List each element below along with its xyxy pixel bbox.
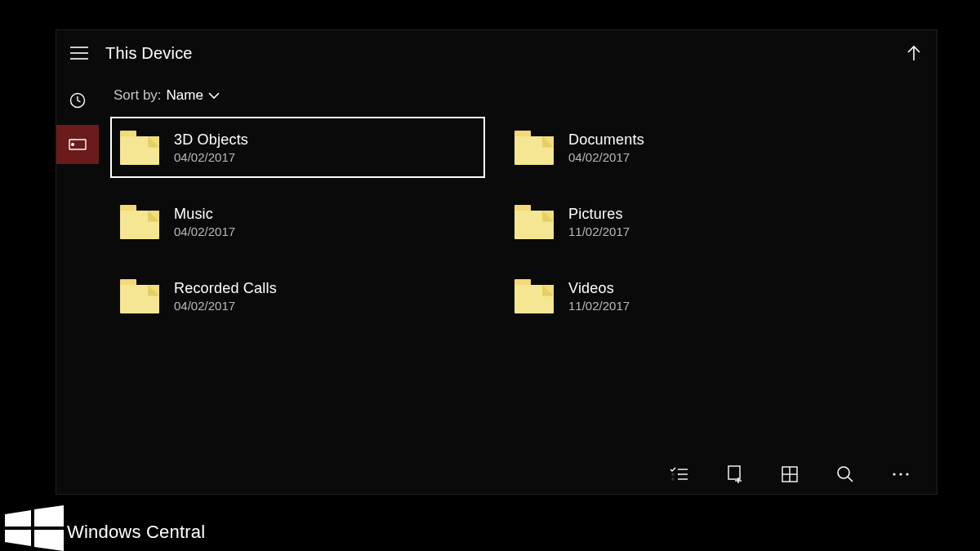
folder-name: 3D Objects bbox=[174, 131, 248, 149]
folder-text: Documents 04/02/2017 bbox=[568, 131, 644, 164]
folder-text: Music 04/02/2017 bbox=[174, 206, 235, 238]
ellipsis-icon bbox=[892, 472, 910, 477]
select-mode-button[interactable] bbox=[662, 458, 695, 491]
up-navigation-button[interactable] bbox=[898, 37, 930, 69]
folder-item[interactable]: Videos 11/02/2017 bbox=[505, 265, 880, 327]
svg-marker-24 bbox=[5, 510, 31, 527]
watermark-text: Windows Central bbox=[67, 522, 205, 543]
sidebar-item-this-device[interactable] bbox=[56, 125, 99, 164]
svg-point-23 bbox=[906, 473, 908, 475]
folder-date: 11/02/2017 bbox=[568, 299, 630, 313]
svg-point-22 bbox=[899, 473, 902, 475]
folder-date: 04/02/2017 bbox=[174, 224, 235, 238]
chevron-down-icon bbox=[208, 91, 220, 100]
search-icon bbox=[836, 465, 854, 483]
svg-point-19 bbox=[838, 467, 849, 478]
svg-marker-26 bbox=[5, 530, 31, 546]
window-frame: This Device Sort by: Name bbox=[56, 29, 938, 495]
content-area: Sort by: Name 3D Objects 04/02/2017 Docu… bbox=[99, 76, 937, 455]
sort-button[interactable]: Sort by: Name bbox=[110, 76, 929, 115]
new-item-icon bbox=[726, 465, 742, 483]
sidebar bbox=[56, 76, 99, 494]
folder-date: 04/02/2017 bbox=[174, 299, 277, 313]
folder-icon bbox=[120, 205, 159, 239]
header-bar: This Device bbox=[56, 30, 937, 76]
svg-point-21 bbox=[893, 473, 895, 475]
folder-date: 11/02/2017 bbox=[568, 224, 630, 238]
folder-grid: 3D Objects 04/02/2017 Documents 04/02/20… bbox=[110, 117, 929, 327]
svg-marker-25 bbox=[34, 505, 64, 527]
folder-name: Videos bbox=[568, 280, 630, 297]
folder-icon bbox=[120, 131, 159, 165]
sidebar-item-recent[interactable] bbox=[56, 81, 99, 120]
page-title: This Device bbox=[105, 44, 193, 63]
folder-item[interactable]: Pictures 11/02/2017 bbox=[505, 191, 880, 252]
sort-value: Name bbox=[167, 87, 203, 104]
folder-item[interactable]: 3D Objects 04/02/2017 bbox=[110, 117, 485, 178]
folder-icon bbox=[514, 279, 554, 313]
more-button[interactable] bbox=[884, 458, 917, 491]
select-list-icon bbox=[670, 467, 688, 482]
clock-icon bbox=[69, 92, 86, 109]
folder-name: Recorded Calls bbox=[174, 280, 277, 297]
search-button[interactable] bbox=[829, 458, 862, 491]
svg-line-20 bbox=[848, 477, 853, 482]
hamburger-menu-button[interactable] bbox=[63, 37, 96, 69]
command-bar bbox=[99, 455, 937, 494]
folder-date: 04/02/2017 bbox=[568, 150, 644, 164]
grid-view-icon bbox=[782, 466, 798, 482]
folder-text: 3D Objects 04/02/2017 bbox=[174, 131, 248, 164]
hamburger-icon bbox=[70, 47, 88, 60]
folder-text: Recorded Calls 04/02/2017 bbox=[174, 280, 277, 313]
new-folder-button[interactable] bbox=[718, 458, 751, 491]
device-drive-icon bbox=[69, 139, 87, 150]
folder-text: Pictures 11/02/2017 bbox=[568, 206, 630, 238]
folder-date: 04/02/2017 bbox=[174, 150, 248, 164]
folder-icon bbox=[120, 279, 159, 313]
windows-logo-icon bbox=[5, 504, 64, 551]
folder-icon bbox=[514, 131, 554, 165]
svg-point-6 bbox=[72, 144, 74, 146]
folder-text: Videos 11/02/2017 bbox=[568, 280, 630, 313]
svg-rect-13 bbox=[728, 466, 740, 479]
sort-label: Sort by: bbox=[114, 87, 162, 104]
svg-marker-27 bbox=[34, 530, 64, 551]
folder-item[interactable]: Music 04/02/2017 bbox=[110, 191, 485, 252]
watermark-logo bbox=[5, 504, 64, 551]
folder-name: Pictures bbox=[568, 206, 630, 223]
folder-name: Documents bbox=[568, 131, 644, 149]
folder-item[interactable]: Recorded Calls 04/02/2017 bbox=[110, 265, 485, 327]
arrow-up-icon bbox=[906, 45, 921, 61]
folder-icon bbox=[514, 205, 554, 239]
view-button[interactable] bbox=[773, 458, 806, 491]
folder-name: Music bbox=[174, 206, 235, 223]
folder-item[interactable]: Documents 04/02/2017 bbox=[505, 117, 880, 178]
